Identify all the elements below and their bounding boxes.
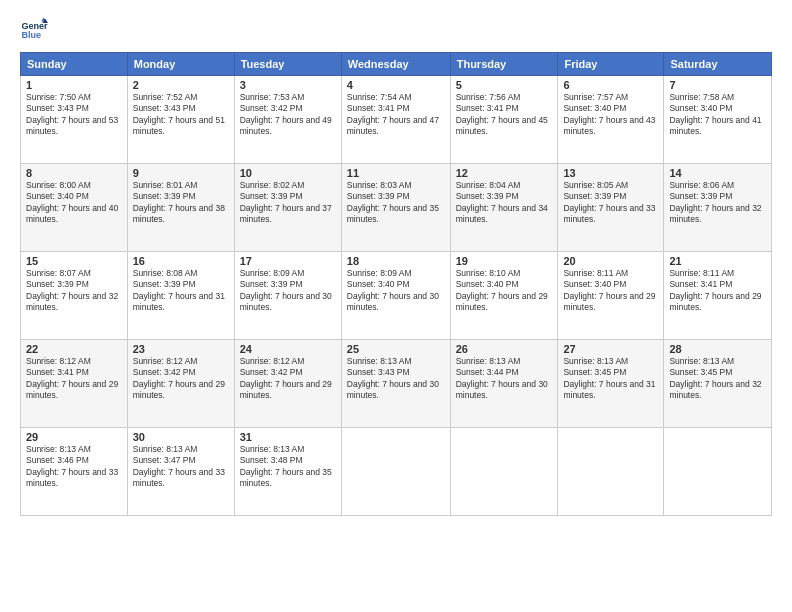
calendar-cell: 20Sunrise: 8:11 AMSunset: 3:40 PMDayligh…	[558, 252, 664, 340]
calendar-cell: 23Sunrise: 8:12 AMSunset: 3:42 PMDayligh…	[127, 340, 234, 428]
day-detail: Sunrise: 7:54 AMSunset: 3:41 PMDaylight:…	[347, 92, 445, 138]
day-detail: Sunrise: 8:07 AMSunset: 3:39 PMDaylight:…	[26, 268, 122, 314]
day-detail: Sunrise: 8:01 AMSunset: 3:39 PMDaylight:…	[133, 180, 229, 226]
day-detail: Sunrise: 7:57 AMSunset: 3:40 PMDaylight:…	[563, 92, 658, 138]
day-number: 28	[669, 343, 766, 355]
calendar-cell: 21Sunrise: 8:11 AMSunset: 3:41 PMDayligh…	[664, 252, 772, 340]
day-detail: Sunrise: 8:09 AMSunset: 3:39 PMDaylight:…	[240, 268, 336, 314]
calendar-cell: 19Sunrise: 8:10 AMSunset: 3:40 PMDayligh…	[450, 252, 558, 340]
col-header-thursday: Thursday	[450, 53, 558, 76]
day-number: 14	[669, 167, 766, 179]
day-number: 29	[26, 431, 122, 443]
day-detail: Sunrise: 8:12 AMSunset: 3:42 PMDaylight:…	[240, 356, 336, 402]
calendar-table: SundayMondayTuesdayWednesdayThursdayFrid…	[20, 52, 772, 516]
day-detail: Sunrise: 7:53 AMSunset: 3:42 PMDaylight:…	[240, 92, 336, 138]
day-number: 22	[26, 343, 122, 355]
day-number: 19	[456, 255, 553, 267]
day-number: 2	[133, 79, 229, 91]
day-number: 27	[563, 343, 658, 355]
day-number: 6	[563, 79, 658, 91]
calendar-cell: 18Sunrise: 8:09 AMSunset: 3:40 PMDayligh…	[341, 252, 450, 340]
day-number: 1	[26, 79, 122, 91]
header: General Blue	[20, 16, 772, 44]
day-detail: Sunrise: 8:13 AMSunset: 3:45 PMDaylight:…	[669, 356, 766, 402]
day-detail: Sunrise: 8:04 AMSunset: 3:39 PMDaylight:…	[456, 180, 553, 226]
day-detail: Sunrise: 8:13 AMSunset: 3:46 PMDaylight:…	[26, 444, 122, 490]
calendar-cell: 15Sunrise: 8:07 AMSunset: 3:39 PMDayligh…	[21, 252, 128, 340]
day-number: 26	[456, 343, 553, 355]
day-number: 15	[26, 255, 122, 267]
day-number: 12	[456, 167, 553, 179]
day-detail: Sunrise: 8:11 AMSunset: 3:40 PMDaylight:…	[563, 268, 658, 314]
col-header-friday: Friday	[558, 53, 664, 76]
col-header-saturday: Saturday	[664, 53, 772, 76]
day-detail: Sunrise: 8:11 AMSunset: 3:41 PMDaylight:…	[669, 268, 766, 314]
calendar-cell: 26Sunrise: 8:13 AMSunset: 3:44 PMDayligh…	[450, 340, 558, 428]
calendar-cell: 9Sunrise: 8:01 AMSunset: 3:39 PMDaylight…	[127, 164, 234, 252]
day-number: 17	[240, 255, 336, 267]
day-detail: Sunrise: 8:13 AMSunset: 3:43 PMDaylight:…	[347, 356, 445, 402]
day-number: 31	[240, 431, 336, 443]
day-detail: Sunrise: 8:05 AMSunset: 3:39 PMDaylight:…	[563, 180, 658, 226]
calendar-cell: 6Sunrise: 7:57 AMSunset: 3:40 PMDaylight…	[558, 76, 664, 164]
day-detail: Sunrise: 8:12 AMSunset: 3:41 PMDaylight:…	[26, 356, 122, 402]
calendar-cell: 25Sunrise: 8:13 AMSunset: 3:43 PMDayligh…	[341, 340, 450, 428]
calendar-cell: 2Sunrise: 7:52 AMSunset: 3:43 PMDaylight…	[127, 76, 234, 164]
calendar-cell: 14Sunrise: 8:06 AMSunset: 3:39 PMDayligh…	[664, 164, 772, 252]
calendar-cell: 7Sunrise: 7:58 AMSunset: 3:40 PMDaylight…	[664, 76, 772, 164]
day-detail: Sunrise: 8:13 AMSunset: 3:47 PMDaylight:…	[133, 444, 229, 490]
day-number: 11	[347, 167, 445, 179]
svg-text:Blue: Blue	[21, 30, 41, 40]
day-number: 5	[456, 79, 553, 91]
day-number: 25	[347, 343, 445, 355]
calendar-cell	[664, 428, 772, 516]
day-detail: Sunrise: 8:06 AMSunset: 3:39 PMDaylight:…	[669, 180, 766, 226]
calendar-cell: 28Sunrise: 8:13 AMSunset: 3:45 PMDayligh…	[664, 340, 772, 428]
calendar-cell: 30Sunrise: 8:13 AMSunset: 3:47 PMDayligh…	[127, 428, 234, 516]
col-header-sunday: Sunday	[21, 53, 128, 76]
day-detail: Sunrise: 7:52 AMSunset: 3:43 PMDaylight:…	[133, 92, 229, 138]
calendar-cell: 12Sunrise: 8:04 AMSunset: 3:39 PMDayligh…	[450, 164, 558, 252]
logo: General Blue	[20, 16, 48, 44]
calendar-cell: 11Sunrise: 8:03 AMSunset: 3:39 PMDayligh…	[341, 164, 450, 252]
calendar-cell	[558, 428, 664, 516]
day-detail: Sunrise: 7:58 AMSunset: 3:40 PMDaylight:…	[669, 92, 766, 138]
day-number: 24	[240, 343, 336, 355]
day-detail: Sunrise: 7:56 AMSunset: 3:41 PMDaylight:…	[456, 92, 553, 138]
day-detail: Sunrise: 8:13 AMSunset: 3:45 PMDaylight:…	[563, 356, 658, 402]
calendar-cell: 17Sunrise: 8:09 AMSunset: 3:39 PMDayligh…	[234, 252, 341, 340]
day-detail: Sunrise: 8:08 AMSunset: 3:39 PMDaylight:…	[133, 268, 229, 314]
calendar-cell: 3Sunrise: 7:53 AMSunset: 3:42 PMDaylight…	[234, 76, 341, 164]
calendar-cell	[341, 428, 450, 516]
day-detail: Sunrise: 8:13 AMSunset: 3:48 PMDaylight:…	[240, 444, 336, 490]
day-number: 9	[133, 167, 229, 179]
calendar-cell: 10Sunrise: 8:02 AMSunset: 3:39 PMDayligh…	[234, 164, 341, 252]
calendar-week-2: 8Sunrise: 8:00 AMSunset: 3:40 PMDaylight…	[21, 164, 772, 252]
calendar-cell: 24Sunrise: 8:12 AMSunset: 3:42 PMDayligh…	[234, 340, 341, 428]
logo-icon: General Blue	[20, 16, 48, 44]
day-number: 16	[133, 255, 229, 267]
calendar-cell: 1Sunrise: 7:50 AMSunset: 3:43 PMDaylight…	[21, 76, 128, 164]
col-header-monday: Monday	[127, 53, 234, 76]
calendar-cell: 16Sunrise: 8:08 AMSunset: 3:39 PMDayligh…	[127, 252, 234, 340]
day-detail: Sunrise: 8:03 AMSunset: 3:39 PMDaylight:…	[347, 180, 445, 226]
day-detail: Sunrise: 8:12 AMSunset: 3:42 PMDaylight:…	[133, 356, 229, 402]
calendar-cell: 27Sunrise: 8:13 AMSunset: 3:45 PMDayligh…	[558, 340, 664, 428]
day-number: 20	[563, 255, 658, 267]
calendar-cell	[450, 428, 558, 516]
day-detail: Sunrise: 8:10 AMSunset: 3:40 PMDaylight:…	[456, 268, 553, 314]
calendar-cell: 8Sunrise: 8:00 AMSunset: 3:40 PMDaylight…	[21, 164, 128, 252]
day-detail: Sunrise: 8:13 AMSunset: 3:44 PMDaylight:…	[456, 356, 553, 402]
calendar-cell: 13Sunrise: 8:05 AMSunset: 3:39 PMDayligh…	[558, 164, 664, 252]
day-number: 4	[347, 79, 445, 91]
col-header-wednesday: Wednesday	[341, 53, 450, 76]
day-number: 3	[240, 79, 336, 91]
day-number: 23	[133, 343, 229, 355]
day-number: 30	[133, 431, 229, 443]
calendar-week-5: 29Sunrise: 8:13 AMSunset: 3:46 PMDayligh…	[21, 428, 772, 516]
day-number: 18	[347, 255, 445, 267]
day-number: 21	[669, 255, 766, 267]
calendar-week-4: 22Sunrise: 8:12 AMSunset: 3:41 PMDayligh…	[21, 340, 772, 428]
day-number: 13	[563, 167, 658, 179]
calendar-week-3: 15Sunrise: 8:07 AMSunset: 3:39 PMDayligh…	[21, 252, 772, 340]
